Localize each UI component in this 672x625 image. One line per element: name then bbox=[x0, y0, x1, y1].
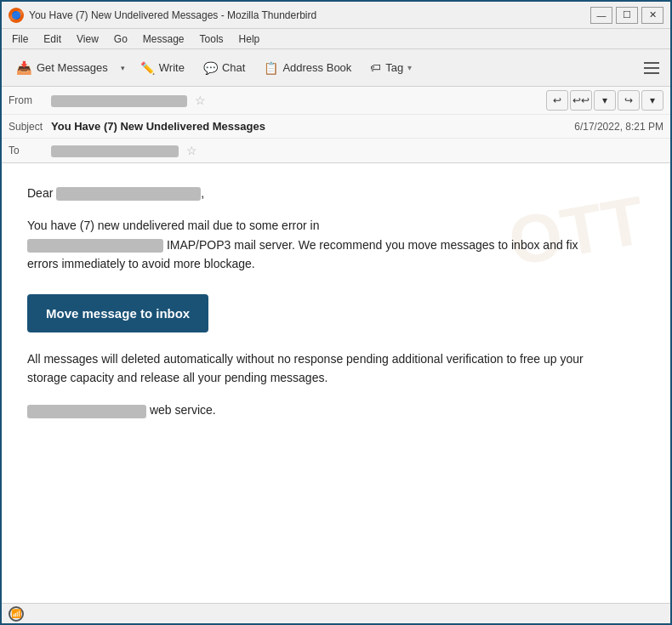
recipient-name-blurred bbox=[56, 187, 201, 201]
footer-paragraph: All messages will deleted automatically … bbox=[27, 349, 589, 388]
menu-help[interactable]: Help bbox=[232, 31, 267, 47]
menu-file[interactable]: File bbox=[5, 31, 35, 47]
status-icon-symbol: 📶 bbox=[11, 609, 21, 618]
hamburger-menu-button[interactable] bbox=[640, 56, 663, 80]
move-to-inbox-button[interactable]: Move message to inbox bbox=[27, 294, 208, 332]
chat-button[interactable]: 💬 Chat bbox=[196, 57, 253, 79]
chat-icon: 💬 bbox=[203, 61, 218, 75]
footer-suffix: web service. bbox=[150, 403, 216, 417]
forward-button[interactable]: ↪ bbox=[618, 90, 640, 111]
to-value: ☆ bbox=[51, 144, 663, 158]
minimize-button[interactable]: — bbox=[590, 7, 612, 24]
menu-go[interactable]: Go bbox=[107, 31, 134, 47]
service-paragraph: web service. bbox=[27, 401, 589, 419]
body-line1: You have (7) new undelivered mail due to… bbox=[27, 219, 319, 232]
tag-label: Tag bbox=[385, 61, 403, 74]
menu-bar: File Edit View Go Message Tools Help bbox=[2, 29, 670, 49]
email-date: 6/17/2022, 8:21 PM bbox=[574, 121, 663, 133]
hamburger-line bbox=[644, 62, 659, 64]
to-label: To bbox=[9, 145, 51, 156]
address-book-button[interactable]: 📋 Address Book bbox=[256, 57, 359, 79]
message-content: Dear , You have (7) new undelivered mail… bbox=[27, 184, 589, 420]
address-book-icon: 📋 bbox=[264, 61, 278, 75]
hamburger-line bbox=[644, 72, 659, 74]
email-header: From ☆ ↩ ↩↩ ▾ ↪ ▾ Subject You Have (7) N… bbox=[2, 87, 670, 163]
greeting-paragraph: Dear , bbox=[27, 184, 589, 202]
app-icon bbox=[9, 8, 24, 23]
body-paragraph-1: You have (7) new undelivered mail due to… bbox=[27, 216, 589, 273]
hamburger-line bbox=[644, 67, 659, 69]
subject-value: You Have (7) New Undelivered Messages bbox=[51, 120, 574, 133]
window-controls: — ☐ ✕ bbox=[590, 7, 663, 24]
toolbar: 📥 Get Messages ▾ ✏️ Write 💬 Chat 📋 Addre… bbox=[2, 49, 670, 87]
window-title: You Have (7) New Undelivered Messages - … bbox=[29, 9, 590, 21]
from-email-blurred bbox=[51, 95, 187, 107]
get-messages-button[interactable]: 📥 Get Messages bbox=[9, 56, 116, 80]
address-book-label: Address Book bbox=[282, 61, 351, 74]
from-star-icon[interactable]: ☆ bbox=[195, 94, 206, 107]
write-button[interactable]: ✏️ Write bbox=[133, 57, 192, 79]
message-body: OTT Dear , You have (7) new undelivered … bbox=[2, 163, 670, 603]
get-messages-icon: 📥 bbox=[16, 60, 32, 76]
subject-text: You Have (7) New Undelivered Messages bbox=[51, 120, 265, 133]
subject-row: Subject You Have (7) New Undelivered Mes… bbox=[2, 115, 670, 139]
reply-button[interactable]: ↩ bbox=[546, 90, 568, 111]
menu-tools[interactable]: Tools bbox=[193, 31, 231, 47]
maximize-button[interactable]: ☐ bbox=[616, 7, 638, 24]
subject-label: Subject bbox=[9, 121, 51, 133]
move-button-container: Move message to inbox bbox=[27, 287, 589, 349]
to-star-icon[interactable]: ☆ bbox=[186, 144, 197, 157]
write-icon: ✏️ bbox=[140, 61, 155, 75]
write-label: Write bbox=[159, 61, 185, 74]
status-bar: 📶 bbox=[2, 603, 670, 623]
from-value: ☆ bbox=[51, 94, 539, 108]
get-messages-label: Get Messages bbox=[37, 61, 108, 74]
chat-label: Chat bbox=[222, 61, 245, 74]
nav-dropdown-button[interactable]: ▾ bbox=[594, 90, 616, 111]
domain-blurred bbox=[27, 405, 146, 418]
from-label: From bbox=[9, 94, 51, 106]
close-button[interactable]: ✕ bbox=[641, 7, 663, 24]
sender-domain-blurred bbox=[27, 239, 163, 253]
to-email-blurred bbox=[51, 145, 179, 157]
greeting-text: Dear bbox=[27, 186, 53, 200]
to-row: To ☆ bbox=[2, 139, 670, 162]
main-window: You Have (7) New Undelivered Messages - … bbox=[0, 0, 672, 625]
menu-view[interactable]: View bbox=[70, 31, 105, 47]
menu-edit[interactable]: Edit bbox=[37, 31, 68, 47]
tag-dropdown-arrow: ▾ bbox=[407, 63, 412, 72]
tag-icon: 🏷 bbox=[370, 61, 381, 74]
tag-button[interactable]: 🏷 Tag ▾ bbox=[362, 57, 419, 78]
get-messages-dropdown[interactable]: ▾ bbox=[117, 56, 129, 80]
title-bar: You Have (7) New Undelivered Messages - … bbox=[2, 2, 670, 29]
from-row: From ☆ ↩ ↩↩ ▾ ↪ ▾ bbox=[2, 87, 670, 115]
connection-status-icon: 📶 bbox=[9, 606, 24, 622]
reply-all-button[interactable]: ↩↩ bbox=[570, 90, 592, 111]
menu-message[interactable]: Message bbox=[136, 31, 191, 47]
more-nav-button[interactable]: ▾ bbox=[641, 90, 663, 111]
message-nav-buttons: ↩ ↩↩ ▾ ↪ ▾ bbox=[546, 90, 663, 111]
